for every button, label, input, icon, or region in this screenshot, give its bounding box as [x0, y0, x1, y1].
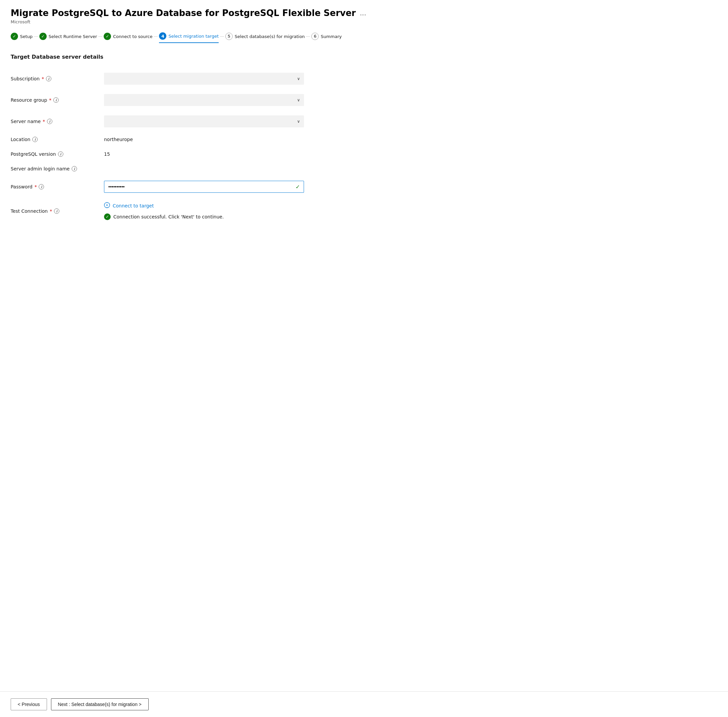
- step-summary[interactable]: 6 Summary: [311, 33, 342, 43]
- postgresql-version-value: 15: [104, 151, 110, 157]
- password-input[interactable]: [104, 181, 304, 193]
- password-control: ✓: [104, 176, 330, 197]
- resource-group-dropdown[interactable]: ∨: [104, 94, 304, 106]
- server-name-required: *: [43, 119, 45, 124]
- section-title: Target Database server details: [11, 54, 717, 60]
- step-setup-icon: ✓: [11, 33, 18, 40]
- subscription-control: ∨: [104, 68, 330, 89]
- stepper: ✓ Setup ✓ Select Runtime Server ✓ Connec…: [11, 32, 717, 43]
- postgresql-version-label: PostgreSQL version i: [11, 147, 104, 162]
- location-info-icon[interactable]: i: [32, 137, 38, 142]
- step-source-label: Connect to source: [113, 34, 152, 39]
- subscription-chevron-icon: ∨: [297, 76, 300, 81]
- step-setup[interactable]: ✓ Setup: [11, 33, 33, 43]
- password-info-icon[interactable]: i: [39, 184, 44, 189]
- test-connection-label: Test Connection * i: [11, 204, 104, 218]
- connection-success-message: ✓ Connection successful. Click 'Next' to…: [104, 214, 330, 220]
- step-source-icon: ✓: [104, 33, 111, 40]
- next-button[interactable]: Next : Select database(s) for migration …: [51, 698, 149, 710]
- step-databases[interactable]: 5 Select database(s) for migration: [225, 33, 305, 43]
- resource-group-chevron-icon: ∨: [297, 98, 300, 102]
- connect-plug-icon: [104, 202, 110, 209]
- step-databases-label: Select database(s) for migration: [235, 34, 305, 39]
- subscription-label: Subscription * i: [11, 72, 104, 86]
- server-admin-login-control: [104, 164, 330, 174]
- location-label: Location i: [11, 132, 104, 147]
- password-required: *: [34, 184, 37, 189]
- server-admin-login-info-icon[interactable]: i: [72, 166, 77, 171]
- step-runtime-icon: ✓: [39, 33, 47, 40]
- resource-group-label: Resource group * i: [11, 93, 104, 107]
- password-check-icon: ✓: [295, 184, 300, 190]
- footer: < Previous Next : Select database(s) for…: [0, 691, 728, 717]
- server-name-label: Server name * i: [11, 114, 104, 129]
- page-subtitle: Microsoft: [11, 19, 717, 24]
- test-connection-control: Connect to target ✓ Connection successfu…: [104, 197, 330, 225]
- server-name-control: ∨: [104, 111, 330, 132]
- step-target-icon: 4: [159, 32, 166, 40]
- resource-group-required: *: [49, 98, 51, 103]
- subscription-required: *: [42, 76, 44, 81]
- location-control: northeurope: [104, 132, 330, 147]
- step-databases-icon: 5: [225, 33, 233, 40]
- resource-group-control: ∨: [104, 89, 330, 111]
- step-target[interactable]: 4 Select migration target: [159, 32, 219, 43]
- connection-success-icon: ✓: [104, 214, 111, 220]
- step-target-label: Select migration target: [168, 34, 219, 39]
- test-connection-info-icon[interactable]: i: [54, 208, 59, 214]
- previous-button[interactable]: < Previous: [11, 698, 47, 710]
- subscription-info-icon[interactable]: i: [46, 76, 51, 81]
- postgresql-version-info-icon[interactable]: i: [58, 151, 63, 157]
- step-source[interactable]: ✓ Connect to source: [104, 33, 152, 43]
- postgresql-version-control: 15: [104, 147, 330, 162]
- server-name-dropdown[interactable]: ∨: [104, 115, 304, 127]
- page-title-text: Migrate PostgreSQL to Azure Database for…: [11, 8, 356, 18]
- test-connection-required: *: [50, 208, 52, 214]
- connection-success-text: Connection successful. Click 'Next' to c…: [113, 214, 224, 220]
- step-runtime[interactable]: ✓ Select Runtime Server: [39, 33, 97, 43]
- subscription-dropdown[interactable]: ∨: [104, 73, 304, 85]
- step-summary-label: Summary: [321, 34, 342, 39]
- server-name-chevron-icon: ∨: [297, 119, 300, 124]
- step-runtime-label: Select Runtime Server: [49, 34, 97, 39]
- password-label: Password * i: [11, 179, 104, 194]
- connect-to-target-link[interactable]: Connect to target: [104, 202, 330, 209]
- step-setup-label: Setup: [20, 34, 33, 39]
- server-admin-login-label: Server admin login name i: [11, 162, 104, 176]
- resource-group-info-icon[interactable]: i: [53, 98, 59, 103]
- location-value: northeurope: [104, 137, 133, 142]
- server-name-info-icon[interactable]: i: [47, 119, 52, 124]
- page-title: Migrate PostgreSQL to Azure Database for…: [11, 8, 717, 18]
- password-input-wrapper: ✓: [104, 181, 304, 193]
- step-summary-icon: 6: [311, 33, 319, 40]
- connect-to-target-label: Connect to target: [113, 203, 154, 208]
- ellipsis-menu[interactable]: ...: [359, 9, 366, 17]
- form: Subscription * i ∨ Resource group * i ∨ …: [11, 68, 330, 225]
